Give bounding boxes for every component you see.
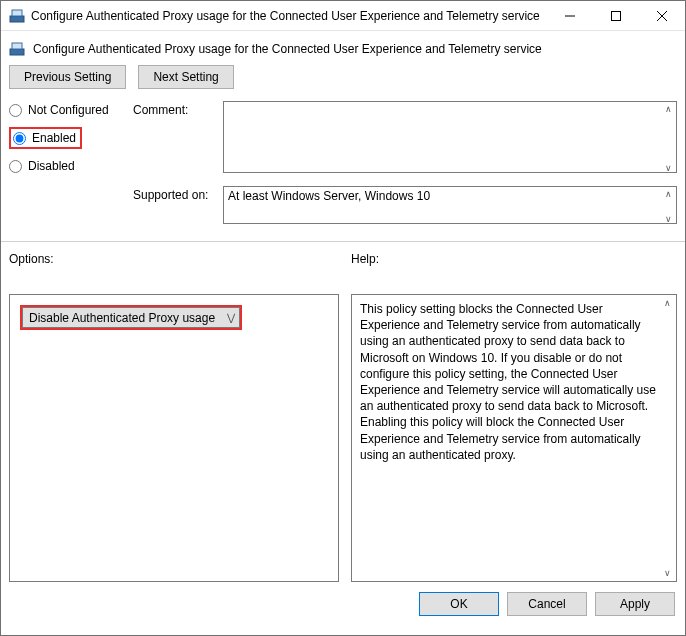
svg-rect-3 [612, 11, 621, 20]
help-column: Help: This policy setting blocks the Con… [351, 252, 677, 582]
scroll-down-icon: ∨ [659, 566, 675, 580]
radio-column: Not Configured Enabled Disabled [9, 101, 119, 237]
radio-enabled-input[interactable] [13, 132, 26, 145]
apply-button[interactable]: Apply [595, 592, 675, 616]
comment-label: Comment: [133, 101, 223, 176]
radio-disabled[interactable]: Disabled [9, 159, 119, 173]
header: Configure Authenticated Proxy usage for … [1, 31, 685, 61]
options-column: Options: Disable Authenticated Proxy usa… [9, 252, 339, 582]
radio-not-configured-input[interactable] [9, 104, 22, 117]
ok-button[interactable]: OK [419, 592, 499, 616]
radio-disabled-label: Disabled [28, 159, 75, 173]
comment-row: Comment: ∧ ∨ [133, 101, 677, 176]
maximize-button[interactable] [593, 1, 639, 30]
close-button[interactable] [639, 1, 685, 30]
scroll-up-icon: ∧ [659, 296, 675, 310]
radio-not-configured[interactable]: Not Configured [9, 103, 119, 117]
footer: OK Cancel Apply [1, 582, 685, 616]
previous-setting-button[interactable]: Previous Setting [9, 65, 126, 89]
config-area: Not Configured Enabled Disabled Comment:… [1, 97, 685, 237]
radio-enabled[interactable]: Enabled [13, 131, 76, 145]
dropdown-value: Disable Authenticated Proxy usage [29, 311, 215, 325]
chevron-down-icon: ⋁ [227, 312, 235, 323]
svg-rect-7 [12, 43, 22, 49]
supported-row: Supported on: ∧ ∨ [133, 186, 677, 227]
lower-section: Options: Disable Authenticated Proxy usa… [1, 241, 685, 582]
radio-enabled-label: Enabled [32, 131, 76, 145]
cancel-button[interactable]: Cancel [507, 592, 587, 616]
svg-rect-6 [10, 49, 24, 55]
supported-label: Supported on: [133, 186, 223, 227]
svg-rect-1 [12, 10, 22, 16]
help-label: Help: [351, 252, 677, 266]
radio-disabled-input[interactable] [9, 160, 22, 173]
supported-textarea [223, 186, 677, 224]
help-box: This policy setting blocks the Connected… [351, 294, 677, 582]
window-controls [547, 1, 685, 30]
fields-column: Comment: ∧ ∨ Supported on: ∧ ∨ [133, 101, 677, 237]
comment-textarea[interactable] [223, 101, 677, 173]
minimize-button[interactable] [547, 1, 593, 30]
dropdown-highlight: Disable Authenticated Proxy usage ⋁ [20, 305, 242, 330]
proxy-usage-dropdown[interactable]: Disable Authenticated Proxy usage ⋁ [22, 307, 240, 328]
options-box: Disable Authenticated Proxy usage ⋁ [9, 294, 339, 582]
help-scrollbar: ∧ ∨ [659, 296, 675, 580]
radio-not-configured-label: Not Configured [28, 103, 109, 117]
svg-rect-0 [10, 16, 24, 22]
header-title: Configure Authenticated Proxy usage for … [33, 42, 542, 56]
window-title: Configure Authenticated Proxy usage for … [31, 9, 547, 23]
policy-icon [9, 41, 25, 57]
help-text: This policy setting blocks the Connected… [360, 302, 656, 462]
titlebar: Configure Authenticated Proxy usage for … [1, 1, 685, 31]
options-label: Options: [9, 252, 339, 266]
next-setting-button[interactable]: Next Setting [138, 65, 233, 89]
enabled-highlight: Enabled [9, 127, 82, 149]
nav-row: Previous Setting Next Setting [1, 61, 685, 97]
policy-icon [9, 8, 25, 24]
